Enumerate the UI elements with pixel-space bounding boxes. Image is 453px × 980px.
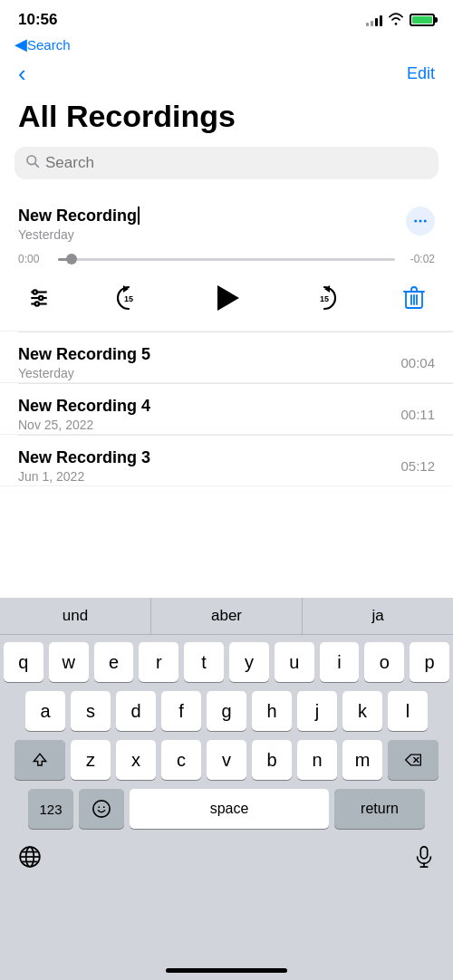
wifi-icon <box>388 13 404 28</box>
battery-icon <box>410 14 435 26</box>
key-x[interactable]: x <box>116 740 156 780</box>
eq-button[interactable] <box>27 286 51 310</box>
key-f[interactable]: f <box>161 691 201 731</box>
skip-forward-button[interactable]: 15 <box>304 278 344 318</box>
search-bar[interactable] <box>14 147 439 179</box>
key-w[interactable]: w <box>49 642 89 682</box>
shift-key[interactable] <box>14 740 65 780</box>
svg-point-10 <box>35 302 39 305</box>
key-e[interactable]: e <box>94 642 134 682</box>
recording-header-4: New Recording 3 Jun 1, 2022 05:12 <box>18 436 435 485</box>
recording-duration-2: 00:04 <box>400 355 435 370</box>
key-k[interactable]: k <box>342 691 382 731</box>
key-s[interactable]: s <box>71 691 111 731</box>
play-triangle-icon <box>217 285 239 311</box>
progress-bar[interactable]: 0:00 -0:02 <box>18 253 435 265</box>
back-nav: ◀ Search <box>0 33 453 56</box>
key-r[interactable]: r <box>139 642 178 682</box>
key-row-3: z x c v b n m <box>4 740 449 780</box>
svg-line-1 <box>34 163 38 167</box>
key-o[interactable]: o <box>364 642 404 682</box>
key-row-2: a s d f g h j k l <box>4 691 449 731</box>
key-m[interactable]: m <box>342 740 382 780</box>
keyboard: und aber ja q w e r t y u i o p a s d f … <box>0 598 453 980</box>
recordings-list: New Recording​ Yesterday 0:00 -0:02 <box>0 194 453 486</box>
globe-button[interactable] <box>18 845 42 871</box>
key-b[interactable]: b <box>252 740 292 780</box>
keyboard-bottom-bar <box>0 841 453 879</box>
play-button[interactable] <box>207 278 246 318</box>
recording-item-2[interactable]: New Recording 5 Yesterday 00:04 <box>0 332 453 383</box>
recording-date-3: Nov 25, 2022 <box>18 418 400 432</box>
svg-point-3 <box>419 220 422 223</box>
key-n[interactable]: n <box>297 740 337 780</box>
home-indicator <box>166 968 287 973</box>
svg-point-8 <box>34 290 37 293</box>
svg-text:15: 15 <box>320 294 329 303</box>
key-p[interactable]: p <box>410 642 449 682</box>
skip-back-button[interactable]: 15 <box>109 278 149 318</box>
recording-name-2: New Recording 5 <box>18 345 400 364</box>
mic-button[interactable] <box>413 845 435 871</box>
autocomplete-item-1[interactable]: und <box>0 598 151 634</box>
svg-point-22 <box>93 801 110 817</box>
key-row-4: 123 space return <box>4 789 449 829</box>
key-i[interactable]: i <box>320 642 360 682</box>
keyboard-rows: q w e r t y u i o p a s d f g h j k l <box>0 635 453 841</box>
key-z[interactable]: z <box>71 740 111 780</box>
recording-header-3: New Recording 4 Nov 25, 2022 00:11 <box>18 384 435 434</box>
status-time: 10:56 <box>18 11 57 29</box>
recording-item-4[interactable]: New Recording 3 Jun 1, 2022 05:12 <box>0 436 453 486</box>
key-t[interactable]: t <box>184 642 224 682</box>
nav-bar: ‹ Edit <box>0 56 453 95</box>
recording-duration-4: 05:12 <box>400 458 435 474</box>
progress-current-time: 0:00 <box>18 253 51 265</box>
status-icons <box>366 13 435 28</box>
key-q[interactable]: q <box>4 642 43 682</box>
search-input[interactable] <box>45 154 428 172</box>
recording-date-4: Jun 1, 2022 <box>18 469 400 484</box>
delete-button[interactable] <box>402 285 426 311</box>
key-a[interactable]: a <box>25 691 65 731</box>
recording-info-1: New Recording​ Yesterday <box>18 207 406 242</box>
key-j[interactable]: j <box>297 691 337 731</box>
status-bar: 10:56 <box>0 0 453 33</box>
edit-button[interactable]: Edit <box>407 64 435 83</box>
back-button[interactable]: ‹ <box>18 60 26 88</box>
backspace-key[interactable] <box>388 740 439 780</box>
recording-name-3: New Recording 4 <box>18 397 400 416</box>
key-l[interactable]: l <box>388 691 428 731</box>
search-bar-container <box>0 147 453 194</box>
recording-item-3[interactable]: New Recording 4 Nov 25, 2022 00:11 <box>0 384 453 435</box>
space-key[interactable]: space <box>130 789 329 829</box>
progress-track[interactable] <box>58 258 395 261</box>
svg-point-23 <box>98 806 100 808</box>
progress-remaining-time: -0:02 <box>402 253 435 265</box>
key-v[interactable]: v <box>207 740 246 780</box>
signal-bars-icon <box>366 14 382 26</box>
num-key[interactable]: 123 <box>28 789 73 829</box>
autocomplete-item-2[interactable]: aber <box>151 598 303 634</box>
key-h[interactable]: h <box>252 691 292 731</box>
page-title: All Recordings <box>0 95 453 147</box>
recording-info-4: New Recording 3 Jun 1, 2022 <box>18 448 400 484</box>
svg-point-9 <box>39 296 43 300</box>
autocomplete-item-3[interactable]: ja <box>303 598 453 634</box>
key-c[interactable]: c <box>161 740 201 780</box>
recording-info-2: New Recording 5 Yesterday <box>18 345 400 380</box>
search-icon <box>25 154 40 172</box>
recording-info-3: New Recording 4 Nov 25, 2022 <box>18 397 400 432</box>
key-u[interactable]: u <box>275 642 314 682</box>
key-g[interactable]: g <box>207 691 246 731</box>
player-controls: 15 15 <box>18 271 435 318</box>
recording-name-4: New Recording 3 <box>18 448 400 467</box>
autocomplete-bar: und aber ja <box>0 598 453 635</box>
emoji-key[interactable] <box>79 789 124 829</box>
more-options-button-1[interactable] <box>406 207 435 235</box>
return-key[interactable]: return <box>334 789 425 829</box>
back-nav-label: Search <box>27 37 71 53</box>
player-container: 0:00 -0:02 <box>18 244 435 331</box>
key-d[interactable]: d <box>116 691 156 731</box>
key-row-1: q w e r t y u i o p <box>4 642 449 682</box>
key-y[interactable]: y <box>229 642 269 682</box>
